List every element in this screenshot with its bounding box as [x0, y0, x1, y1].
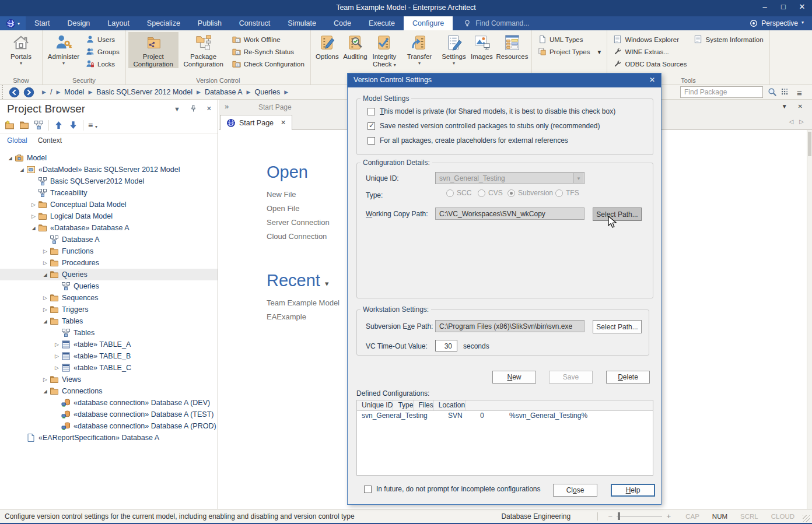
perspective-menu[interactable]: Perspective ▾	[750, 16, 812, 30]
dialog-close-icon[interactable]: ✕	[649, 76, 655, 84]
checkbox[interactable]	[368, 108, 375, 115]
expand-arrow-icon[interactable]	[41, 260, 50, 266]
tree-item[interactable]: Procedures	[0, 257, 218, 269]
resize-grip[interactable]	[803, 515, 810, 522]
maximize-button[interactable]: □	[778, 2, 789, 11]
checkbox[interactable]	[368, 137, 375, 145]
tree-item[interactable]: Queries	[0, 280, 218, 292]
active-perspective[interactable]: Database Engineering	[501, 512, 570, 521]
resynch-status-button[interactable]: Re-Synch Status	[232, 47, 304, 56]
back-button[interactable]	[9, 87, 20, 98]
search-icon[interactable]	[768, 87, 777, 97]
tree-item[interactable]: Connections	[0, 385, 218, 397]
zoom-out-icon[interactable]: −	[606, 512, 614, 521]
keyboard-indicator[interactable]: NUM	[712, 513, 727, 520]
ribbon-tab[interactable]: Configure	[404, 16, 453, 30]
checkbox-row[interactable]: This model is private (for Shared models…	[368, 107, 653, 115]
close-dialog-button[interactable]: Close	[553, 484, 597, 497]
move-up-icon[interactable]	[54, 120, 64, 130]
tree-item[interactable]: «database connection» Database A (PROD)	[0, 420, 218, 432]
expand-arrow-icon[interactable]	[29, 202, 38, 208]
options-button[interactable]: Options	[313, 32, 341, 61]
select-exe-path-button[interactable]: Select Path...	[593, 320, 642, 333]
tree-item[interactable]: «DataModel» Basic SQLServer 2012 Model	[0, 164, 218, 175]
tree-item[interactable]: Model	[0, 152, 218, 164]
expand-arrow-icon[interactable]	[41, 248, 50, 254]
work-offline-button[interactable]: Work Offline	[232, 35, 304, 44]
expand-arrow-icon[interactable]	[41, 295, 50, 301]
close-tab-icon[interactable]: ✕	[281, 119, 286, 126]
timeout-field[interactable]: 30	[435, 340, 457, 351]
ribbon-tab[interactable]: Execute	[360, 16, 404, 30]
tree-item[interactable]: Logical Data Model	[0, 210, 218, 222]
tree-item[interactable]: Conceptual Data Model	[0, 199, 218, 210]
move-down-icon[interactable]	[68, 120, 78, 130]
expand-arrow-icon[interactable]	[29, 213, 38, 219]
delete-button[interactable]: Delete	[606, 371, 650, 384]
save-button[interactable]: Save	[549, 371, 593, 384]
expand-arrow-icon[interactable]	[52, 365, 61, 371]
tree-item[interactable]: Traceability	[0, 187, 218, 199]
new-diagram-icon[interactable]	[34, 120, 44, 130]
defined-configurations-table[interactable]: Unique IDTypeFilesLocation svn_General_T…	[356, 400, 653, 476]
tree-item[interactable]: Sequences	[0, 292, 218, 304]
expand-arrow-icon[interactable]	[41, 319, 50, 324]
table-column-header[interactable]: Unique ID	[357, 400, 393, 410]
help-button[interactable]: Help	[611, 484, 655, 497]
resources-button[interactable]: Resources	[495, 32, 529, 61]
ribbon-tab[interactable]: Simulate	[279, 16, 325, 30]
project-types-button[interactable]: Project Types ▾	[538, 47, 601, 56]
tree-item[interactable]: «Database» Database A	[0, 222, 218, 234]
app-menu-button[interactable]: ▾	[0, 16, 26, 30]
tree-item[interactable]: «EAReportSpecification» Database A	[0, 432, 218, 444]
administer-button[interactable]: Administer ▾	[45, 32, 82, 66]
zoom-in-icon[interactable]: +	[664, 512, 673, 521]
tab-start-page[interactable]: Start Page ✕	[220, 115, 292, 130]
users-button[interactable]: Users	[86, 35, 120, 44]
check-configuration-button[interactable]: Check Configuration	[232, 59, 304, 68]
breadcrumb-item[interactable]: Queries	[252, 88, 282, 96]
ribbon-tab[interactable]: Publish	[189, 16, 230, 30]
new-button[interactable]: New	[492, 371, 536, 384]
tree-item[interactable]: «table» TABLE_B	[0, 350, 218, 362]
tree-item[interactable]: Queries	[0, 269, 218, 280]
browser-tab[interactable]: Global	[7, 136, 27, 145]
checkbox-row[interactable]: For all packages, create placeholders fo…	[368, 136, 653, 145]
type-radio[interactable]: CVS	[478, 189, 503, 197]
breadcrumb-item[interactable]: Model	[62, 88, 86, 96]
unique-id-combo[interactable]: svn_General_Testing ▼	[435, 172, 584, 184]
tab-scroll-right-icon[interactable]: ▷	[799, 118, 804, 125]
ribbon-tab[interactable]: Layout	[99, 16, 138, 30]
wine-extras-button[interactable]: WINE Extras...	[613, 47, 687, 56]
subversion-exe-path-field[interactable]: C:\Program Files (x86)\SlikSvn\bin\svn.e…	[435, 320, 584, 332]
minimize-button[interactable]: –	[760, 2, 770, 11]
expand-arrow-icon[interactable]	[52, 353, 61, 359]
portals-button[interactable]: Portals ▾	[2, 32, 40, 66]
new-package-icon[interactable]	[5, 120, 15, 130]
browser-tab[interactable]: Context	[38, 136, 62, 145]
package-configuration-button[interactable]: Package Configuration	[178, 32, 229, 68]
collapse-panels-icon[interactable]: »	[225, 102, 229, 111]
tree-item[interactable]: Database A	[0, 234, 218, 245]
find-command[interactable]: Find Command...	[463, 16, 529, 30]
chevron-down-icon[interactable]: ▾	[325, 279, 329, 288]
vertical-scrollbar[interactable]	[807, 130, 812, 509]
uml-types-button[interactable]: UML Types	[538, 35, 601, 44]
tree-item[interactable]: Functions	[0, 245, 218, 257]
expand-arrow-icon[interactable]	[18, 167, 26, 173]
tree-item[interactable]: «table» TABLE_C	[0, 362, 218, 374]
new-folder-icon[interactable]	[19, 120, 29, 130]
images-button[interactable]: Images	[468, 32, 495, 61]
find-package-input[interactable]	[680, 86, 763, 98]
working-copy-path-field[interactable]: C:\VC_Workspaces\SVN_wkCopy	[435, 208, 584, 220]
menu-icon[interactable]: ≡	[797, 88, 806, 97]
ribbon-tab[interactable]: Specialize	[138, 16, 189, 30]
type-radio[interactable]: Subversion	[508, 189, 553, 197]
keyboard-indicator[interactable]: CLOUD	[771, 513, 794, 520]
pin-icon[interactable]	[190, 105, 197, 112]
expand-arrow-icon[interactable]	[52, 342, 61, 347]
ribbon-tab[interactable]: Design	[58, 16, 99, 30]
auditing-button[interactable]: Auditing	[341, 32, 369, 61]
expand-arrow-icon[interactable]	[29, 226, 38, 231]
keyboard-indicator[interactable]: SCRL	[740, 513, 758, 520]
